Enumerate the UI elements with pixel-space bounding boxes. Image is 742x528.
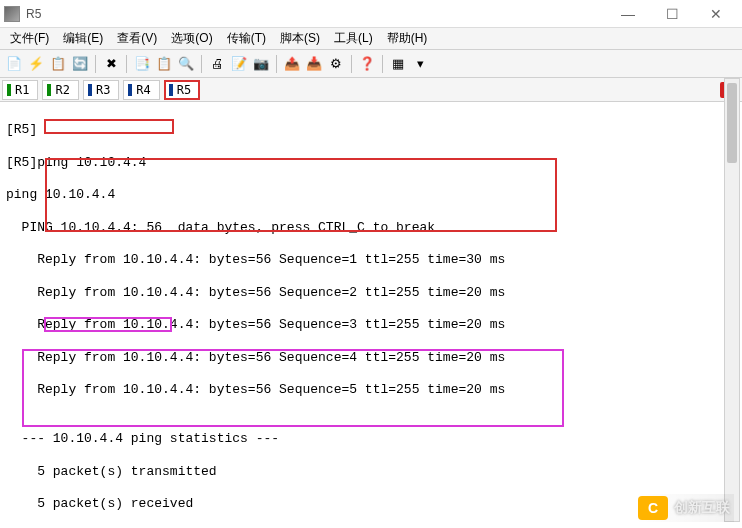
menu-script[interactable]: 脚本(S) [274, 28, 326, 49]
menu-file[interactable]: 文件(F) [4, 28, 55, 49]
maximize-button[interactable]: ☐ [650, 1, 694, 27]
tab-label: R1 [15, 83, 29, 97]
tab-label: R2 [55, 83, 69, 97]
menu-options[interactable]: 选项(O) [165, 28, 218, 49]
tab-status-icon [7, 84, 11, 96]
term-line: 5 packet(s) transmitted [6, 464, 736, 480]
app-icon [4, 6, 20, 22]
toolbar-find-icon[interactable]: 🔍 [176, 54, 196, 74]
term-line: Reply from 10.10.4.4: bytes=56 Sequence=… [6, 252, 736, 268]
watermark: C 创新互联 [634, 494, 734, 522]
toolbar-reconnect-icon[interactable]: 🔄 [70, 54, 90, 74]
toolbar-log-icon[interactable]: 📝 [229, 54, 249, 74]
toolbar-ext2-icon[interactable]: ▾ [410, 54, 430, 74]
window-buttons: — ☐ ✕ [606, 1, 738, 27]
toolbar-new-session-icon[interactable]: 📄 [4, 54, 24, 74]
tab-r1[interactable]: R1 [2, 80, 38, 100]
term-line: [R5] [6, 122, 736, 138]
toolbar-help-icon[interactable]: ❓ [357, 54, 377, 74]
term-line: ping 10.10.4.4 [6, 187, 736, 203]
toolbar-quick-connect-icon[interactable]: ⚡ [26, 54, 46, 74]
term-line: Reply from 10.10.4.4: bytes=56 Sequence=… [6, 382, 736, 398]
menu-tools[interactable]: 工具(L) [328, 28, 379, 49]
toolbar-print-icon[interactable]: 🖨 [207, 54, 227, 74]
menu-view[interactable]: 查看(V) [111, 28, 163, 49]
toolbar-paste-icon[interactable]: 📋 [154, 54, 174, 74]
toolbar-copy-icon[interactable]: 📑 [132, 54, 152, 74]
scrollbar-thumb[interactable] [727, 83, 737, 163]
toolbar-capture-icon[interactable]: 📷 [251, 54, 271, 74]
term-line: PING 10.10.4.4: 56 data bytes, press CTR… [6, 220, 736, 236]
toolbar-separator [126, 55, 127, 73]
window-title: R5 [26, 7, 606, 21]
toolbar-send-icon[interactable]: 📤 [282, 54, 302, 74]
tab-label: R5 [177, 83, 191, 97]
term-line: Reply from 10.10.4.4: bytes=56 Sequence=… [6, 285, 736, 301]
toolbar-separator [276, 55, 277, 73]
close-button[interactable]: ✕ [694, 1, 738, 27]
tab-status-icon [128, 84, 132, 96]
toolbar-separator [201, 55, 202, 73]
tab-r5[interactable]: R5 [164, 80, 200, 100]
tab-status-icon [47, 84, 51, 96]
term-line: Reply from 10.10.4.4: bytes=56 Sequence=… [6, 350, 736, 366]
toolbar-options-icon[interactable]: ⚙ [326, 54, 346, 74]
toolbar-disconnect-icon[interactable]: ✖ [101, 54, 121, 74]
toolbar-separator [351, 55, 352, 73]
tab-bar: R1 R2 R3 R4 R5 ✕ [0, 78, 742, 102]
term-line: --- 10.10.4.4 ping statistics --- [6, 431, 736, 447]
menu-edit[interactable]: 编辑(E) [57, 28, 109, 49]
toolbar-separator [382, 55, 383, 73]
tab-label: R3 [96, 83, 110, 97]
tab-r2[interactable]: R2 [42, 80, 78, 100]
scrollbar[interactable] [724, 78, 740, 522]
terminal-output[interactable]: [R5] [R5]ping 10.10.4.4 ping 10.10.4.4 P… [0, 102, 742, 522]
menubar: 文件(F) 编辑(E) 查看(V) 选项(O) 传输(T) 脚本(S) 工具(L… [0, 28, 742, 50]
titlebar: R5 — ☐ ✕ [0, 0, 742, 28]
tab-status-icon [169, 84, 173, 96]
tab-status-icon [88, 84, 92, 96]
tab-label: R4 [136, 83, 150, 97]
tab-r3[interactable]: R3 [83, 80, 119, 100]
toolbar-separator [95, 55, 96, 73]
term-line: Reply from 10.10.4.4: bytes=56 Sequence=… [6, 317, 736, 333]
toolbar: 📄 ⚡ 📋 🔄 ✖ 📑 📋 🔍 🖨 📝 📷 📤 📥 ⚙ ❓ ▦ ▾ [0, 50, 742, 78]
watermark-logo-icon: C [638, 496, 668, 520]
menu-help[interactable]: 帮助(H) [381, 28, 434, 49]
watermark-text: 创新互联 [674, 499, 730, 517]
term-line: 5 packet(s) received [6, 496, 736, 512]
menu-transfer[interactable]: 传输(T) [221, 28, 272, 49]
minimize-button[interactable]: — [606, 1, 650, 27]
toolbar-session-list-icon[interactable]: 📋 [48, 54, 68, 74]
term-line: [R5]ping 10.10.4.4 [6, 155, 736, 171]
tab-r4[interactable]: R4 [123, 80, 159, 100]
toolbar-ext1-icon[interactable]: ▦ [388, 54, 408, 74]
toolbar-recv-icon[interactable]: 📥 [304, 54, 324, 74]
